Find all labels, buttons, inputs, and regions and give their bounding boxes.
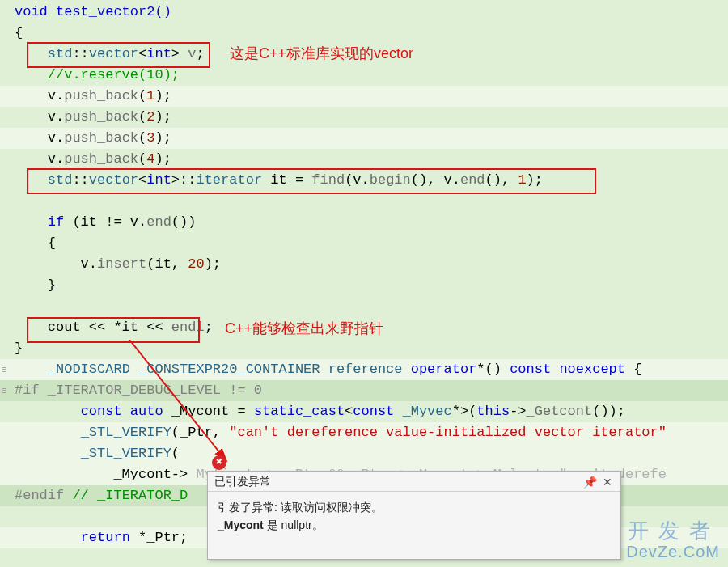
error-stop-icon: ✖ <box>212 455 226 470</box>
code-line: if (it != v.end()) <box>0 212 728 233</box>
code-line <box>0 191 728 212</box>
code-line: v.push_back(4); <box>0 149 728 170</box>
code-line: v.insert(it, 20); <box>0 254 728 275</box>
code-line: std::vector<int>::iterator it = find(v.b… <box>0 170 728 191</box>
code-line: v.push_back(3); <box>0 128 728 149</box>
annotation-stdlib-vector: 这是C++标准库实现的vector <box>230 44 413 63</box>
code-line: v.push_back(2); <box>0 107 728 128</box>
code-line: ⊟ _NODISCARD _CONSTEXPR20_CONTAINER refe… <box>0 359 728 380</box>
popup-body: 引发了异常: 读取访问权限冲突。 _Mycont 是 nullptr。 <box>208 492 620 540</box>
token: void test_vector2() <box>15 4 171 19</box>
popup-title: 已引发异常 <box>214 475 583 489</box>
code-line: } <box>0 338 728 359</box>
code-line: const auto _Mycont = static_cast<const _… <box>0 401 728 422</box>
code-line: ⊟#if _ITERATOR_DEBUG_LEVEL != 0 <box>0 380 728 401</box>
popup-message-1: 引发了异常: 读取访问权限冲突。 <box>218 498 611 516</box>
code-line: _STL_VERIFY(_Ptr, "can't dereference val… <box>0 422 728 443</box>
collapse-mark[interactable]: ⊟ <box>2 380 7 401</box>
code-line: { <box>0 23 728 44</box>
code-line: } <box>0 275 728 296</box>
popup-header: 已引发异常 📌 ✕ <box>208 472 620 492</box>
collapse-mark[interactable]: ⊟ <box>2 359 7 380</box>
close-icon[interactable]: ✕ <box>601 476 614 489</box>
annotation-wild-pointer: C++能够检查出来野指针 <box>225 319 383 338</box>
popup-message-2: _Mycont 是 nullptr。 <box>218 516 611 534</box>
code-line: //v.reserve(10); <box>0 65 728 86</box>
code-line: v.push_back(1); <box>0 86 728 107</box>
code-line: _STL_VERIFY( <box>0 443 728 464</box>
code-line: { <box>0 233 728 254</box>
code-line <box>0 296 728 317</box>
exception-popup: 已引发异常 📌 ✕ 引发了异常: 读取访问权限冲突。 _Mycont 是 nul… <box>207 471 621 560</box>
code-editor[interactable]: void test_vector2() { std::vector<int> v… <box>0 0 728 550</box>
code-line: void test_vector2() <box>0 2 728 23</box>
pin-icon[interactable]: 📌 <box>583 476 596 489</box>
